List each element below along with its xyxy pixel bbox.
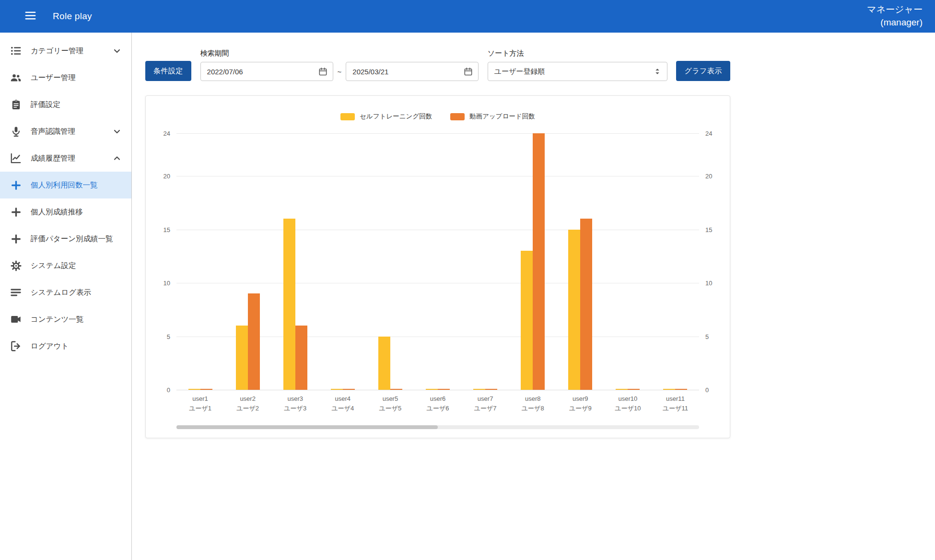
sidebar-item-label: システム設定 [31, 261, 76, 271]
x-axis-label: user2ユーザ2 [224, 394, 271, 413]
bar[interactable] [675, 389, 687, 390]
sidebar-item-logout[interactable]: ログアウト [0, 333, 131, 360]
clipboard-icon [10, 98, 22, 111]
bar-group-user9 [557, 219, 604, 390]
bar[interactable] [580, 219, 592, 390]
gear-icon [10, 259, 22, 272]
search-period-label: 検索期間 [200, 49, 479, 58]
chevron-down-icon [111, 45, 123, 57]
y-axis-tick-left: 15 [164, 226, 170, 233]
y-axis-tick-left: 0 [167, 386, 170, 394]
bar[interactable] [628, 389, 640, 390]
y-axis-tick-right: 5 [705, 333, 709, 340]
bar[interactable] [533, 133, 545, 390]
plus-icon [10, 233, 22, 245]
sidebar-item-label: ログアウト [31, 341, 69, 351]
bar[interactable] [485, 389, 497, 390]
sidebar-item-evaluation-settings[interactable]: 評価設定 [0, 91, 131, 118]
search-period-field: 検索期間 2022/07/06 ~ 2025/03/21 [200, 49, 479, 81]
sidebar-item-grade-trend-by-user[interactable]: 個人別成績推移 [0, 198, 131, 225]
calendar-icon[interactable] [318, 67, 328, 77]
user-role-line1: マネージャー [867, 3, 923, 16]
x-axis-label: user1ユーザ1 [176, 394, 224, 413]
sidebar-item-grades-by-evaluation-pattern[interactable]: 評価パターン別成績一覧 [0, 225, 131, 252]
chart-scrollbar[interactable] [176, 425, 699, 429]
y-axis-tick-left: 10 [164, 280, 170, 287]
sidebar-item-content-list[interactable]: コンテンツ一覧 [0, 306, 131, 333]
sidebar-item-speech-recognition-management[interactable]: 音声認識管理 [0, 118, 131, 145]
bar-group-user8 [509, 133, 557, 390]
bar-group-user1 [176, 389, 224, 390]
date-to-value: 2025/03/21 [352, 68, 388, 76]
bar[interactable] [343, 389, 355, 390]
chart-icon [10, 152, 22, 164]
condition-settings-button[interactable]: 条件設定 [145, 61, 191, 81]
calendar-icon[interactable] [463, 67, 473, 77]
controls-row: 条件設定 検索期間 2022/07/06 ~ 2025/03/21 ソート方法 [145, 49, 730, 81]
bar[interactable] [378, 337, 390, 390]
bar[interactable] [568, 230, 580, 390]
sidebar-item-usage-count-by-user[interactable]: 個人別利用回数一覧 [0, 172, 131, 198]
sort-method-label: ソート方法 [488, 49, 667, 58]
bar-group-user10 [604, 389, 652, 390]
bar[interactable] [200, 389, 212, 390]
date-range: 2022/07/06 ~ 2025/03/21 [200, 62, 479, 81]
page-layout: カテゴリー管理ユーザー管理評価設定音声認識管理成績履歴管理個人別利用回数一覧個人… [0, 33, 935, 560]
sidebar-item-label: 評価設定 [31, 100, 60, 110]
plus-icon [10, 206, 22, 218]
bar[interactable] [283, 219, 295, 390]
x-axis-label: user6ユーザ6 [414, 394, 461, 413]
sidebar-item-label: システムログ表示 [31, 288, 91, 298]
sidebar-item-system-log[interactable]: システムログ表示 [0, 279, 131, 306]
sidebar-item-category-management[interactable]: カテゴリー管理 [0, 37, 131, 64]
y-axis-tick-right: 10 [705, 280, 712, 287]
date-from-value: 2022/07/06 [207, 68, 243, 76]
bar[interactable] [473, 389, 485, 390]
main-content: 条件設定 検索期間 2022/07/06 ~ 2025/03/21 ソート方法 [132, 33, 935, 560]
sort-select[interactable]: ユーザー登録順 [488, 62, 667, 81]
bar-group-user7 [462, 389, 509, 390]
x-axis-label: user3ユーザ3 [271, 394, 319, 413]
y-axis-tick-right: 15 [705, 226, 712, 233]
x-axis-label: user7ユーザ7 [462, 394, 509, 413]
gridline [176, 390, 699, 390]
bar[interactable] [521, 251, 533, 390]
bar[interactable] [248, 293, 260, 390]
top-bar: Role play マネージャー (manager) [0, 0, 935, 33]
bar[interactable] [188, 389, 200, 390]
bar[interactable] [236, 326, 248, 390]
bar[interactable] [663, 389, 675, 390]
chevron-down-icon [111, 126, 123, 137]
chart-scrollbar-thumb[interactable] [176, 425, 438, 429]
sort-method-field: ソート方法 ユーザー登録順 [488, 49, 667, 81]
menu-button[interactable] [22, 8, 38, 24]
sidebar: カテゴリー管理ユーザー管理評価設定音声認識管理成績履歴管理個人別利用回数一覧個人… [0, 33, 132, 560]
bar[interactable] [616, 389, 628, 390]
legend-item[interactable]: セルフトレーニング回数 [340, 112, 432, 121]
log-icon [10, 286, 22, 299]
sidebar-item-user-management[interactable]: ユーザー管理 [0, 64, 131, 91]
bar[interactable] [295, 326, 307, 390]
sidebar-item-label: 個人別成績推移 [31, 207, 83, 217]
bar-group-user4 [319, 389, 366, 390]
sidebar-item-label: 個人別利用回数一覧 [31, 180, 98, 190]
sort-arrows-icon [653, 67, 662, 76]
legend-label: 動画アップロード回数 [469, 112, 535, 121]
bar[interactable] [331, 389, 343, 390]
date-from-input[interactable]: 2022/07/06 [200, 62, 333, 81]
sort-select-value: ユーザー登録順 [494, 67, 545, 76]
date-to-input[interactable]: 2025/03/21 [346, 62, 479, 81]
legend-swatch [340, 113, 355, 120]
bar[interactable] [390, 389, 402, 390]
chart-legend: セルフトレーニング回数動画アップロード回数 [146, 112, 730, 121]
bar[interactable] [438, 389, 450, 390]
legend-item[interactable]: 動画アップロード回数 [450, 112, 535, 121]
graph-display-button[interactable]: グラフ表示 [676, 61, 730, 81]
x-axis-label: user11ユーザ11 [652, 394, 699, 413]
sidebar-item-system-settings[interactable]: システム設定 [0, 252, 131, 279]
y-axis-tick-left: 5 [167, 333, 170, 340]
bar[interactable] [426, 389, 438, 390]
mic-icon [10, 125, 22, 138]
sidebar-item-grade-history-management[interactable]: 成績履歴管理 [0, 145, 131, 172]
app-title: Role play [53, 11, 92, 22]
